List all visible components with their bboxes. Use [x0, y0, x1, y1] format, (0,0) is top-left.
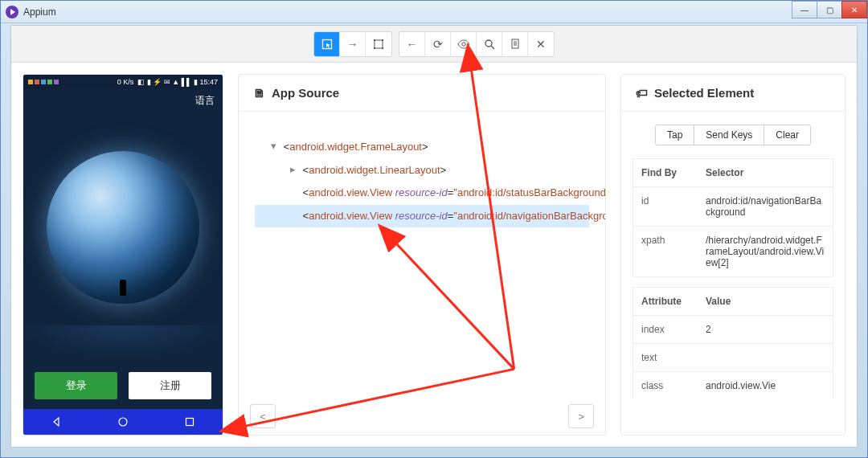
nav-recent-icon[interactable]	[184, 416, 195, 427]
tree-node[interactable]: <android.view.View resource-id="android:…	[255, 205, 589, 228]
table-row: index2	[633, 316, 833, 344]
window-minimize-button[interactable]: —	[792, 1, 817, 18]
tree-node[interactable]: ▸ <android.widget.LinearLayout>	[255, 159, 589, 182]
nav-back-icon[interactable]	[51, 416, 62, 427]
clear-action-button[interactable]: Clear	[764, 125, 811, 145]
file-icon: 🗎	[253, 86, 265, 100]
inspector-toolbar: → ← ⟳ ✕	[11, 26, 857, 63]
back-button[interactable]: ←	[399, 32, 425, 56]
nav-home-icon[interactable]	[117, 416, 129, 427]
appium-logo-icon	[6, 6, 18, 18]
tree-node[interactable]: ▾ <android.widget.FrameLayout>	[255, 136, 589, 159]
sendkeys-action-button[interactable]: Send Keys	[694, 125, 764, 145]
source-tree[interactable]: ▾ <android.widget.FrameLayout>▸ <android…	[239, 112, 605, 398]
svg-rect-3	[382, 39, 383, 41]
status-speed: 0 K/s	[117, 78, 134, 86]
svg-rect-14	[186, 419, 193, 426]
svg-line-8	[491, 46, 494, 49]
android-nav-bar	[23, 409, 223, 435]
search-button[interactable]	[477, 32, 502, 56]
selected-element-panel: 🏷Selected Element Tap Send Keys Clear Fi…	[620, 74, 845, 436]
login-button[interactable]: 登录	[35, 372, 117, 399]
app-source-panel: 🗎App Source ▾ <android.widget.FrameLayou…	[238, 74, 606, 436]
tree-next-button[interactable]: >	[568, 404, 594, 428]
tree-prev-button[interactable]: <	[250, 404, 276, 428]
table-row: text	[633, 344, 833, 372]
status-time: 15:47	[199, 78, 218, 86]
device-screenshot-panel[interactable]: 0 K/s ◧ ▮ ⚡ ✉ ▲ ▌▌ ▮ 15:47 语言 登录 注册	[23, 74, 223, 436]
toolbar-group-mode: →	[313, 31, 392, 57]
svg-point-6	[461, 42, 465, 45]
toolbar-group-actions: ← ⟳ ✕	[399, 31, 555, 57]
titlebar: Appium — ▢ ✕	[1, 1, 867, 23]
app-source-title: App Source	[272, 86, 339, 100]
swipe-mode-button[interactable]: →	[340, 32, 366, 56]
svg-rect-4	[374, 47, 375, 49]
tag-icon: 🏷	[636, 86, 648, 100]
tap-action-button[interactable]: Tap	[655, 125, 694, 145]
svg-point-7	[485, 40, 492, 47]
svg-rect-5	[382, 47, 383, 49]
eye-icon[interactable]	[451, 32, 477, 56]
person-silhouette-icon	[120, 280, 126, 296]
register-button[interactable]: 注册	[129, 372, 211, 399]
table-row: classandroid.view.Vie	[633, 372, 833, 399]
app-window: Appium — ▢ ✕ → ← ⟳ ✕	[0, 0, 868, 458]
svg-rect-2	[374, 39, 375, 41]
tree-node[interactable]: <android.view.View resource-id="android:…	[255, 182, 589, 205]
table-row: xpath/hierarchy/android.widget.FrameLayo…	[633, 227, 833, 276]
device-status-bar: 0 K/s ◧ ▮ ⚡ ✉ ▲ ▌▌ ▮ 15:47	[23, 75, 223, 89]
select-mode-button[interactable]	[314, 32, 340, 56]
findby-table: Find BySelector idandroid:id/navigationB…	[633, 158, 833, 277]
attributes-table: AttributeValue index2textclassandroid.vi…	[633, 287, 833, 399]
window-maximize-button[interactable]: ▢	[817, 1, 842, 18]
window-title: Appium	[23, 6, 56, 18]
copy-xml-button[interactable]	[502, 32, 528, 56]
refresh-button[interactable]: ⟳	[425, 32, 451, 56]
table-row: idandroid:id/navigationBarBackground	[633, 187, 833, 227]
svg-rect-1	[375, 40, 383, 48]
quit-session-button[interactable]: ✕	[528, 32, 554, 56]
svg-point-13	[119, 418, 127, 426]
selected-element-title: Selected Element	[654, 86, 754, 100]
tap-coord-button[interactable]	[366, 32, 391, 56]
earth-image	[47, 151, 199, 304]
content-area: → ← ⟳ ✕ 0 K/s ◧ ▮ ⚡ ✉ ▲ ▌▌ ▮ 15:47	[10, 25, 858, 448]
language-label: 语言	[23, 89, 223, 112]
window-close-button[interactable]: ✕	[841, 1, 867, 18]
